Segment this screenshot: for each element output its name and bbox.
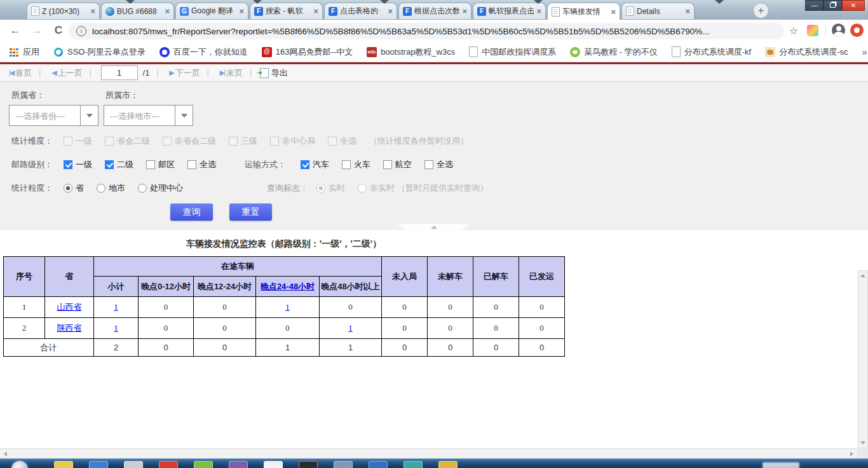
back-icon[interactable]: ← <box>9 24 22 37</box>
scroll-up-icon[interactable] <box>858 271 867 280</box>
vertical-scrollbar[interactable] <box>858 270 868 448</box>
checkbox-box[interactable] <box>146 160 155 169</box>
first-page-icon[interactable]: |◀ <box>9 69 13 77</box>
taskbar-app-7-icon[interactable] <box>264 461 283 468</box>
taskbar-app-9-icon[interactable] <box>334 461 353 468</box>
browser-tab[interactable]: BUG #6688× <box>101 3 174 19</box>
radio-button[interactable] <box>64 184 72 193</box>
page-number-input[interactable] <box>101 65 138 80</box>
taskbar-app-8-icon[interactable] <box>299 461 318 468</box>
first-page-button[interactable]: 首页 <box>15 67 32 79</box>
tab-close-icon[interactable]: × <box>239 7 244 15</box>
tab-close-icon[interactable]: × <box>685 7 690 15</box>
apps-button[interactable]: 应用 <box>9 46 39 58</box>
last-page-button[interactable]: 末页 <box>226 67 243 79</box>
province-dropdown-button[interactable] <box>80 106 98 125</box>
start-orb-icon[interactable] <box>11 461 28 468</box>
bookmark-item[interactable]: 中国邮政指挥调度系 <box>469 46 556 58</box>
query-button[interactable]: 查询 <box>170 203 213 221</box>
checkbox-全选[interactable]: 全选 <box>424 159 453 170</box>
scroll-down-icon[interactable] <box>858 438 867 448</box>
browser-tab[interactable]: 车辆接发情× <box>547 3 620 20</box>
reset-button[interactable]: 重置 <box>229 203 272 221</box>
browser-menu-icon[interactable] <box>850 24 864 37</box>
province-link[interactable]: 陕西省 <box>57 323 82 333</box>
next-page-icon[interactable]: ▶ <box>169 69 173 77</box>
bookmark-item[interactable]: 分布式系统调度-sc <box>765 46 848 58</box>
tab-close-icon[interactable]: × <box>536 7 541 15</box>
tab-close-icon[interactable]: × <box>388 7 393 15</box>
minimize-button[interactable]: — <box>805 0 824 11</box>
checkbox-二级[interactable]: 二级 <box>105 159 133 170</box>
value-cell[interactable]: 1 <box>94 318 139 339</box>
taskbar-app-3-icon[interactable] <box>124 461 143 468</box>
value-cell[interactable]: 1 <box>320 318 382 339</box>
checkbox-box[interactable] <box>187 160 196 169</box>
bookmark-item[interactable]: 菜鸟教程 - 学的不仅 <box>570 46 658 58</box>
radio-button[interactable] <box>138 184 147 193</box>
next-page-button[interactable]: 下一页 <box>175 67 200 79</box>
radio-地市[interactable]: 地市 <box>97 182 125 194</box>
taskbar-app-10-icon[interactable] <box>369 461 388 468</box>
checkbox-box[interactable] <box>64 160 72 169</box>
drilldown-link[interactable]: 1 <box>114 302 118 312</box>
browser-tab[interactable]: Details× <box>621 3 695 19</box>
bookmarks-overflow-icon[interactable]: » <box>862 46 867 57</box>
tab-close-icon[interactable]: × <box>462 7 467 15</box>
sortable-column-link[interactable]: 晚点24-48小时 <box>261 282 315 291</box>
bookmark-item[interactable]: 百度一下，你就知道 <box>159 46 248 58</box>
url-field[interactable]: i localhost:8075/mws_fr/ReportServer?rep… <box>69 23 784 39</box>
url-text[interactable]: localhost:8075/mws_fr/ReportServer?repor… <box>92 27 709 36</box>
export-button[interactable]: 导出 <box>271 67 288 79</box>
checkbox-火车[interactable]: 火车 <box>342 159 370 170</box>
taskbar-app-4-icon[interactable] <box>159 461 178 468</box>
taskbar-app-6-icon[interactable] <box>229 461 248 468</box>
checkbox-box[interactable] <box>342 160 351 169</box>
checkbox-汽车[interactable]: 汽车 <box>301 159 329 170</box>
taskbar-app-12-icon[interactable] <box>438 461 458 468</box>
value-cell[interactable]: 1 <box>256 297 320 318</box>
checkbox-全选[interactable]: 全选 <box>187 159 216 170</box>
checkbox-box[interactable] <box>383 160 392 169</box>
bookmark-item[interactable]: SSO-阿里云单点登录 <box>53 46 146 58</box>
tab-close-icon[interactable]: × <box>313 7 318 15</box>
checkbox-box[interactable] <box>424 160 433 169</box>
prev-page-icon[interactable]: ◀ <box>51 69 55 77</box>
taskbar-app-5-icon[interactable] <box>194 461 213 468</box>
bookmark-star-icon[interactable]: ☆ <box>789 25 798 37</box>
tab-close-icon[interactable]: × <box>165 7 170 15</box>
checkbox-box[interactable] <box>105 160 114 169</box>
browser-tab[interactable]: F搜索 - 帆软× <box>250 3 323 19</box>
prev-page-button[interactable]: 上一页 <box>58 67 83 79</box>
collapse-panel-handle[interactable] <box>397 224 470 230</box>
bookmark-item[interactable]: 163网易免费邮--中文 <box>262 46 353 58</box>
browser-tab[interactable]: GGoogle 翻译× <box>175 3 248 19</box>
checkbox-航空[interactable]: 航空 <box>383 159 412 170</box>
radio-处理中心[interactable]: 处理中心 <box>138 182 183 194</box>
bookmark-item[interactable]: w3cbootstrap教程_w3cs <box>367 46 455 58</box>
province-cell[interactable]: 陕西省 <box>45 318 94 339</box>
bookmark-item[interactable]: 分布式系统调度-kf <box>672 46 751 58</box>
province-select[interactable]: ---选择省份--- <box>9 105 98 126</box>
scroll-left-icon[interactable] <box>1 449 10 458</box>
forward-icon[interactable]: → <box>31 24 43 37</box>
checkbox-邮区[interactable]: 邮区 <box>146 159 175 170</box>
city-select[interactable]: ---选择地市--- <box>104 105 193 126</box>
profile-icon[interactable] <box>832 24 845 37</box>
checkbox-box[interactable] <box>301 160 309 169</box>
drilldown-link[interactable]: 1 <box>114 323 118 333</box>
windows-taskbar[interactable] <box>0 458 868 468</box>
horizontal-scrollbar[interactable] <box>0 448 857 458</box>
browser-tab[interactable]: F点击表格的× <box>324 3 397 19</box>
scroll-right-icon[interactable] <box>847 449 857 458</box>
province-link[interactable]: 山西省 <box>57 302 82 312</box>
city-dropdown-button[interactable] <box>175 106 193 125</box>
taskbar-app-2-icon[interactable] <box>89 461 108 468</box>
checkbox-一级[interactable]: 一级 <box>64 159 92 170</box>
value-cell[interactable]: 1 <box>94 297 139 318</box>
drilldown-link[interactable]: 1 <box>285 302 290 312</box>
drilldown-link[interactable]: 1 <box>348 323 353 333</box>
last-page-icon[interactable]: ▶| <box>220 69 224 77</box>
close-button[interactable]: ✕ <box>842 0 865 11</box>
province-cell[interactable]: 山西省 <box>45 297 94 318</box>
